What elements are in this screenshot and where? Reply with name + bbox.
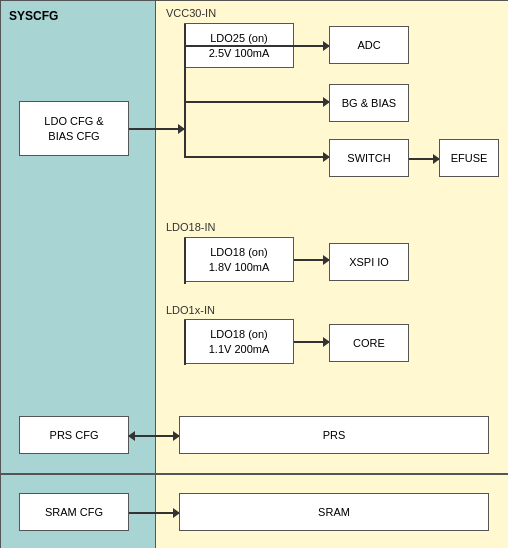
syscfg-label: SYSCFG [9, 9, 58, 23]
adc-box: ADC [329, 26, 409, 64]
vline-ldo18-xspi [184, 238, 186, 284]
ldo-cfg-box: LDO CFG & BIAS CFG [19, 101, 129, 156]
ldo18-in-label: LDO18-IN [166, 221, 216, 233]
bg-bias-box: BG & BIAS [329, 84, 409, 122]
vcc30-in-label: VCC30-IN [166, 7, 216, 19]
arrow-ldo18-core-to-core [294, 341, 329, 343]
diagram-container: SYSCFG VCC30-IN LDO18-IN LDO1x-IN LDO CF… [0, 0, 508, 548]
prs-cfg-box: PRS CFG [19, 416, 129, 454]
vline-ldo1x [184, 320, 186, 365]
sram-box: SRAM [179, 493, 489, 531]
arrow-sram-cfg-to-sram [129, 512, 179, 514]
vline-ldo25-main [184, 45, 186, 156]
ldo18-core-box: LDO18 (on) 1.1V 200mA [184, 319, 294, 364]
arrow-switch-to-efuse [409, 158, 439, 160]
hline-ldo25-connect [184, 45, 294, 47]
arrow-to-switch [294, 156, 329, 158]
arrow-ldo-cfg-to-ldo25 [129, 128, 184, 130]
efuse-box: EFUSE [439, 139, 499, 177]
arrow-ldo18-xspi-to-xspi [294, 259, 329, 261]
hline-bg-bias [184, 101, 294, 103]
hline-switch [184, 156, 294, 158]
arrow-to-bg-bias [294, 101, 329, 103]
xspi-io-box: XSPI IO [329, 243, 409, 281]
sram-cfg-box: SRAM CFG [19, 493, 129, 531]
ldo1x-in-label: LDO1x-IN [166, 304, 215, 316]
core-box: CORE [329, 324, 409, 362]
syscfg-panel: SYSCFG [1, 1, 156, 548]
prs-box: PRS [179, 416, 489, 454]
arrow-ldo25-to-adc [294, 45, 329, 47]
switch-box: SWITCH [329, 139, 409, 177]
ldo18-xspi-box: LDO18 (on) 1.8V 100mA [184, 237, 294, 282]
divider-prs-sram [1, 473, 508, 475]
arrow-prs-both [129, 435, 179, 437]
